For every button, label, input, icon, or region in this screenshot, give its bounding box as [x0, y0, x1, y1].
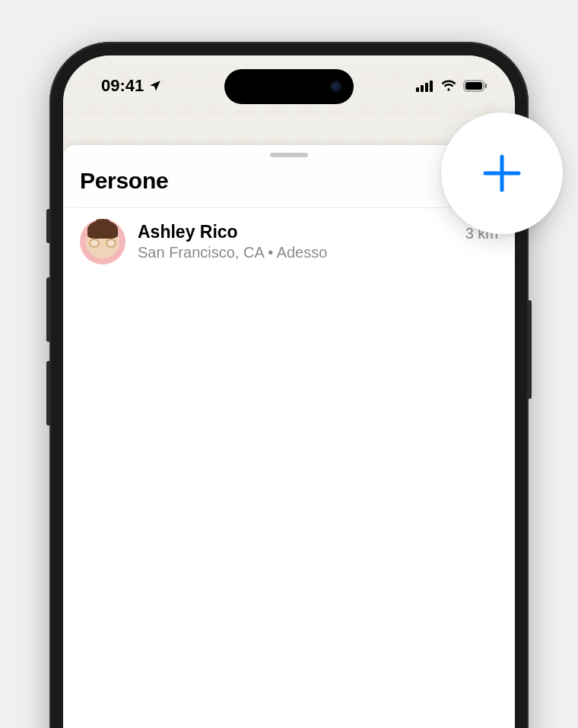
person-name: Ashley Rico [138, 222, 453, 242]
location-arrow-icon [148, 79, 162, 93]
status-time: 09:41 [101, 76, 144, 96]
svg-rect-0 [416, 87, 419, 92]
phone-side-button [46, 209, 51, 243]
plus-icon [479, 150, 525, 196]
bottom-sheet[interactable]: Persone Ashley Rico San Francisco, CA • … [63, 145, 515, 728]
status-bar: 09:41 [63, 55, 515, 104]
cellular-signal-icon [416, 80, 434, 92]
add-button[interactable] [441, 112, 563, 234]
list-item[interactable]: Ashley Rico San Francisco, CA • Adesso 3… [63, 208, 515, 275]
person-location: San Francisco, CA • Adesso [138, 244, 453, 261]
svg-rect-5 [465, 82, 482, 90]
phone-volume-up [46, 277, 51, 342]
phone-power-button [527, 300, 532, 399]
phone-volume-down [46, 361, 51, 426]
svg-rect-2 [425, 83, 428, 92]
status-right [416, 80, 487, 92]
wifi-icon [440, 80, 457, 92]
person-info: Ashley Rico San Francisco, CA • Adesso [138, 222, 453, 261]
page-title: Persone [80, 168, 168, 194]
svg-rect-6 [485, 84, 487, 88]
svg-rect-3 [430, 81, 433, 92]
avatar [80, 219, 125, 264]
svg-rect-1 [421, 85, 424, 92]
battery-icon [463, 80, 487, 92]
status-left: 09:41 [101, 76, 162, 96]
